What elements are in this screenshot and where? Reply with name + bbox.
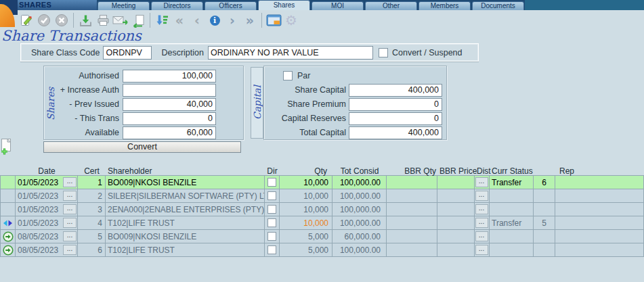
- dir-checkbox[interactable]: [267, 178, 276, 187]
- dir-checkbox[interactable]: [267, 191, 276, 200]
- capital-group-label: Capital: [252, 69, 263, 137]
- cert-cell: 2: [78, 189, 106, 203]
- qty-cell: 10,000: [280, 189, 332, 203]
- rep-cell: [555, 176, 644, 189]
- tab-meeting[interactable]: Meeting: [98, 1, 150, 10]
- sort-icon[interactable]: [154, 12, 170, 28]
- next-record-icon[interactable]: ›: [224, 12, 240, 28]
- tot-consid-cell: 100,000.00: [332, 203, 387, 216]
- table-row[interactable]: 01/05/2023...32ENA000|2ENABLE ENTERPRISE…: [0, 203, 644, 216]
- capital-field-label: Share Capital: [268, 85, 346, 95]
- shares-field-value[interactable]: 0: [123, 112, 216, 125]
- tab-moi[interactable]: MOI: [312, 1, 364, 10]
- table-row[interactable]: 01/05/2023...2SILBER|SILBERMAN SOFTWARE …: [0, 189, 644, 203]
- table-row[interactable]: 01/05/2023...4T102|LIFE TRUST10,000100,0…: [0, 216, 644, 230]
- dir-checkbox[interactable]: [267, 218, 276, 227]
- import-icon[interactable]: [77, 12, 93, 28]
- table-row[interactable]: 08/05/2023...5BO009|NKOSI BENZILE5,00060…: [0, 230, 644, 243]
- toolbar: «‹i›»⚙: [18, 11, 300, 29]
- qty-cell: 5,000: [280, 243, 332, 257]
- date-cell: 08/05/2023...: [16, 243, 78, 257]
- tab-shares[interactable]: Shares: [258, 0, 310, 10]
- settings-icon[interactable]: ⚙: [283, 12, 299, 28]
- previous-record-icon[interactable]: ‹: [189, 12, 205, 28]
- tot-consid-cell: 100,000.00: [332, 176, 387, 189]
- dist-button[interactable]: ...: [475, 231, 488, 241]
- send-email-icon[interactable]: [112, 12, 129, 28]
- tab-directors[interactable]: Directors: [151, 1, 203, 10]
- dist-cell: ...: [475, 189, 490, 203]
- confirm-icon[interactable]: [36, 12, 52, 28]
- date-picker-button[interactable]: ...: [63, 231, 77, 241]
- shares-field-value[interactable]: 100,000: [123, 70, 216, 83]
- column-header-shareholder: Shareholder: [106, 166, 265, 176]
- dist-cell: ...: [475, 230, 490, 243]
- dist-button[interactable]: ...: [475, 177, 488, 187]
- rep-cell: [555, 243, 644, 257]
- shares-field-value[interactable]: 60,000: [123, 126, 216, 139]
- last-record-icon[interactable]: »: [242, 12, 258, 28]
- dist-cell: ...: [475, 176, 490, 189]
- add-transaction-icon[interactable]: [0, 137, 13, 158]
- capital-group-tab: Capital: [251, 67, 263, 139]
- bbr-price-cell: [437, 203, 475, 216]
- bbr-price-cell: [437, 230, 475, 243]
- capital-field-value[interactable]: 400,000: [349, 126, 442, 139]
- date-picker-button[interactable]: ...: [63, 191, 77, 201]
- capital-field-value[interactable]: 400,000: [349, 84, 442, 97]
- report-preview-icon[interactable]: [265, 12, 282, 28]
- description-label: Description: [161, 48, 204, 57]
- export-icon[interactable]: [130, 12, 146, 28]
- date-picker-button[interactable]: ...: [63, 204, 77, 214]
- row-marker: [0, 189, 16, 203]
- share-class-code-input[interactable]: [103, 46, 152, 60]
- tab-members[interactable]: Members: [418, 1, 471, 10]
- dir-checkbox[interactable]: [267, 205, 276, 214]
- dist-button[interactable]: ...: [475, 191, 488, 201]
- convert-button[interactable]: Convert: [43, 141, 241, 153]
- dir-cell: [265, 243, 280, 257]
- shares-field-value[interactable]: 40,000: [123, 98, 216, 111]
- convert-suspend-label: Convert / Suspend: [392, 48, 463, 57]
- table-row[interactable]: 01/05/2023...1BO009|NKOSI BENZILE10,0001…: [0, 176, 644, 189]
- bbr-qty-cell: [387, 216, 437, 230]
- date-value: 01/05/2023: [18, 191, 58, 201]
- capital-field-value[interactable]: 0: [349, 98, 442, 111]
- dist-button[interactable]: ...: [475, 218, 488, 228]
- row-marker: [0, 203, 16, 216]
- table-row[interactable]: 08/05/2023...6T102|LIFE TRUST5,000100,00…: [0, 243, 644, 257]
- capital-field-value[interactable]: 0: [349, 112, 442, 125]
- cert-cell: 5: [78, 230, 106, 243]
- date-value: 08/05/2023: [18, 245, 58, 255]
- first-record-icon[interactable]: «: [171, 12, 188, 28]
- column-header-cert: Cert: [78, 166, 106, 176]
- date-value: 08/05/2023: [18, 232, 58, 241]
- date-picker-button[interactable]: ...: [63, 177, 77, 187]
- tab-documents[interactable]: Documents: [472, 1, 524, 10]
- shares-field-label: Authorised: [48, 71, 119, 80]
- dir-checkbox[interactable]: [267, 232, 276, 241]
- rep-cell: [555, 203, 644, 216]
- dir-cell: [265, 176, 280, 189]
- tot-consid-cell: 100,000.00: [332, 216, 387, 230]
- date-picker-button[interactable]: ...: [63, 218, 77, 228]
- date-cell: 08/05/2023...: [16, 230, 78, 243]
- par-checkbox[interactable]: [283, 71, 293, 80]
- dist-button[interactable]: ...: [475, 204, 488, 214]
- convert-suspend-checkbox[interactable]: [379, 48, 388, 57]
- shares-field-value[interactable]: [123, 84, 216, 97]
- date-picker-button[interactable]: ...: [63, 245, 77, 255]
- edit-record-icon[interactable]: [18, 12, 35, 28]
- dir-checkbox[interactable]: [267, 245, 276, 254]
- date-value: 01/05/2023: [18, 205, 58, 214]
- dist-button[interactable]: ...: [475, 245, 488, 255]
- status-number-cell: [534, 243, 555, 257]
- print-icon[interactable]: [95, 12, 111, 28]
- tab-other[interactable]: Other: [365, 1, 417, 10]
- column-header-dir: Dir: [265, 166, 280, 176]
- shareholder-cell: SILBER|SILBERMAN SOFTWARE (PTY) LTI: [106, 189, 265, 203]
- info-icon[interactable]: i: [207, 12, 223, 28]
- cancel-icon[interactable]: [53, 12, 70, 28]
- description-input[interactable]: [208, 46, 373, 60]
- tab-officers[interactable]: Officers: [205, 1, 257, 10]
